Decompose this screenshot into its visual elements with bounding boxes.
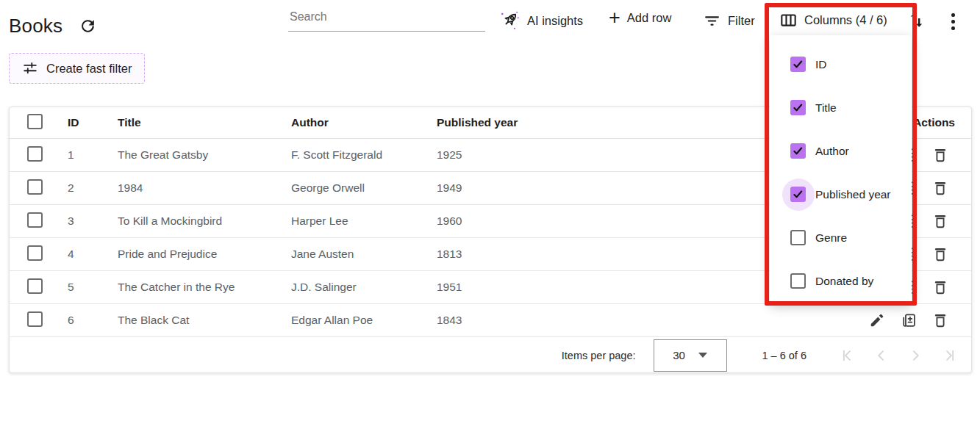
filter-icon bbox=[703, 12, 721, 30]
cell-year: 1843 bbox=[427, 314, 848, 327]
row-checkbox[interactable] bbox=[27, 146, 43, 162]
cell-id: 3 bbox=[58, 214, 108, 228]
cell-author: George Orwell bbox=[282, 181, 427, 195]
ai-insights-button[interactable]: AI insights bbox=[500, 10, 583, 31]
next-page-icon bbox=[908, 347, 923, 364]
create-fast-filter-button[interactable]: Create fast filter bbox=[9, 53, 145, 84]
cell-title: The Great Gatsby bbox=[108, 148, 282, 162]
delete-row-button[interactable] bbox=[932, 279, 948, 295]
check-icon bbox=[792, 143, 804, 159]
columns-menu-item-published-year[interactable]: Published year bbox=[770, 173, 912, 216]
last-page-button[interactable] bbox=[942, 347, 956, 364]
column-checkbox[interactable] bbox=[790, 100, 806, 115]
refresh-button[interactable] bbox=[79, 17, 97, 35]
edit-icon bbox=[869, 312, 885, 328]
delete-row-button[interactable] bbox=[932, 147, 948, 163]
column-label: Published year bbox=[815, 188, 891, 201]
cell-id: 6 bbox=[58, 314, 108, 327]
delete-row-button[interactable] bbox=[932, 312, 948, 328]
cell-id: 4 bbox=[58, 248, 108, 261]
trash-icon bbox=[932, 180, 948, 196]
row-checkbox[interactable] bbox=[27, 245, 43, 261]
cell-id: 1 bbox=[58, 148, 108, 162]
cell-id: 5 bbox=[58, 281, 108, 294]
columns-menu-item-donated-by[interactable]: Donated by bbox=[770, 259, 912, 303]
columns-menu-item-id[interactable]: ID bbox=[770, 43, 912, 86]
page-title: Books bbox=[9, 15, 62, 37]
delete-row-button[interactable] bbox=[932, 180, 948, 196]
filter-button[interactable]: Filter bbox=[703, 12, 755, 30]
duplicate-row-button[interactable] bbox=[901, 312, 917, 328]
page-header: Books bbox=[9, 15, 97, 37]
sort-icon bbox=[907, 11, 926, 29]
cell-author: J.D. Salinger bbox=[282, 281, 427, 294]
previous-page-button[interactable] bbox=[874, 347, 889, 364]
columns-icon bbox=[779, 11, 798, 29]
cell-title: The Black Cat bbox=[108, 314, 282, 327]
cell-title: 1984 bbox=[108, 181, 282, 195]
search-input[interactable] bbox=[288, 6, 485, 32]
delete-row-button[interactable] bbox=[932, 246, 948, 262]
columns-dropdown-menu: ID Title Author Published year Genre Don… bbox=[770, 35, 912, 303]
table-row: 6 The Black Cat Edgar Allan Poe 1843 bbox=[10, 304, 971, 337]
trash-icon bbox=[932, 147, 948, 163]
refresh-icon bbox=[79, 17, 97, 35]
filter-label: Filter bbox=[728, 14, 755, 28]
plus-icon: + bbox=[609, 10, 620, 25]
pagination-nav bbox=[840, 347, 956, 364]
trash-icon bbox=[932, 312, 948, 328]
kebab-menu-icon bbox=[951, 13, 955, 17]
cell-author: Jane Austen bbox=[282, 248, 427, 261]
add-row-label: Add row bbox=[627, 11, 672, 25]
column-label: Title bbox=[815, 101, 837, 115]
row-checkbox[interactable] bbox=[27, 179, 43, 195]
check-icon bbox=[792, 57, 804, 72]
create-fast-filter-label: Create fast filter bbox=[46, 62, 132, 76]
search-field bbox=[288, 6, 485, 32]
column-label: ID bbox=[815, 58, 827, 71]
header-id: ID bbox=[58, 116, 108, 129]
column-label: Genre bbox=[815, 231, 847, 245]
columns-label: Columns (4 / 6) bbox=[804, 13, 887, 27]
column-checkbox[interactable] bbox=[790, 143, 806, 159]
columns-button[interactable]: Columns (4 / 6) bbox=[779, 11, 887, 29]
delete-row-button[interactable] bbox=[932, 213, 948, 229]
items-per-page-value: 30 bbox=[673, 349, 685, 361]
pagination-range-label: 1 – 6 of 6 bbox=[762, 350, 806, 361]
kebab-menu-button[interactable] bbox=[948, 10, 958, 33]
items-per-page-select[interactable]: 30 bbox=[654, 339, 727, 372]
column-checkbox[interactable] bbox=[790, 57, 806, 72]
cell-title: To Kill a Mockingbird bbox=[108, 214, 282, 228]
items-per-page-label: Items per page: bbox=[562, 350, 636, 361]
cell-author: F. Scott Fitzgerald bbox=[282, 148, 427, 162]
cell-title: Pride and Prejudice bbox=[108, 248, 282, 261]
columns-menu-item-genre[interactable]: Genre bbox=[770, 216, 912, 259]
edit-row-button[interactable] bbox=[869, 312, 885, 328]
trash-icon bbox=[932, 279, 948, 295]
check-icon bbox=[792, 100, 804, 115]
books-admin-page: Books AI insights + Add row Filter Colum… bbox=[0, 0, 980, 429]
first-page-icon bbox=[840, 347, 855, 364]
ai-insights-label: AI insights bbox=[527, 14, 583, 28]
column-checkbox[interactable] bbox=[790, 230, 806, 245]
row-checkbox[interactable] bbox=[27, 311, 43, 327]
first-page-button[interactable] bbox=[840, 347, 855, 364]
column-checkbox[interactable] bbox=[790, 187, 806, 202]
columns-menu-item-author[interactable]: Author bbox=[770, 129, 912, 173]
row-checkbox[interactable] bbox=[27, 212, 43, 228]
column-label: Donated by bbox=[815, 275, 873, 288]
columns-menu-item-title[interactable]: Title bbox=[770, 86, 912, 129]
add-row-button[interactable]: + Add row bbox=[609, 10, 671, 25]
cell-author: Harper Lee bbox=[282, 214, 427, 228]
next-page-button[interactable] bbox=[908, 347, 923, 364]
column-label: Author bbox=[815, 145, 849, 158]
cell-id: 2 bbox=[58, 181, 108, 195]
tune-icon bbox=[22, 60, 38, 76]
cell-title: The Catcher in the Rye bbox=[108, 281, 282, 294]
column-checkbox[interactable] bbox=[790, 273, 806, 289]
previous-page-icon bbox=[874, 347, 889, 364]
row-checkbox[interactable] bbox=[27, 278, 43, 294]
select-all-checkbox[interactable] bbox=[27, 114, 43, 129]
header-author: Author bbox=[282, 116, 427, 129]
sort-button[interactable] bbox=[907, 11, 926, 29]
